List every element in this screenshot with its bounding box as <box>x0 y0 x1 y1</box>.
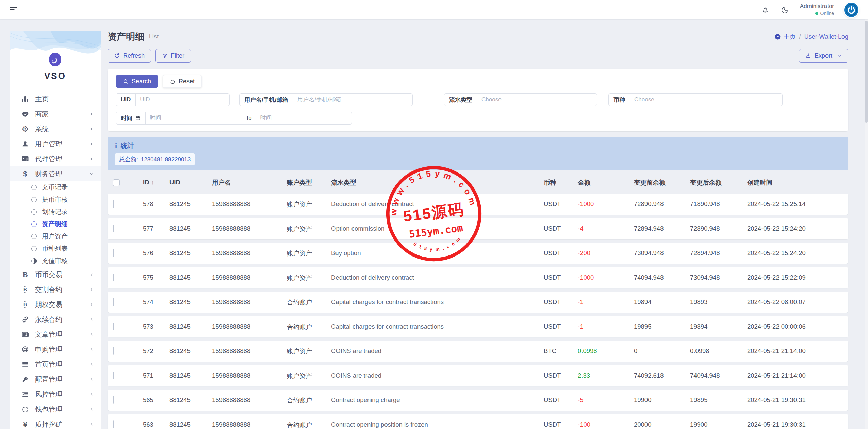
sidebar-item-risk-mgmt[interactable]: 风控管理 <box>10 387 101 402</box>
sidebar-subitem-withdraw-review[interactable]: 提币审核 <box>10 194 101 206</box>
cell-coin: USDT <box>544 274 578 281</box>
avatar[interactable] <box>844 3 858 17</box>
flow-type-select[interactable] <box>477 94 597 106</box>
col-username[interactable]: 用户名 <box>212 178 287 187</box>
sidebar-subitem-coin-list[interactable]: 币种列表 <box>10 243 101 255</box>
sidebar-item-delivery-contract[interactable]: B交割合约 <box>10 282 101 297</box>
cell-created-at: 2024-05-22 15:24:20 <box>747 225 843 232</box>
row-checkbox[interactable] <box>113 298 114 306</box>
cell-id: 578 <box>143 200 169 208</box>
cell-username: 15988888888 <box>212 200 287 208</box>
chart-bars-icon <box>20 95 30 103</box>
cell-amount: -5 <box>578 396 634 404</box>
sidebar-item-agent-mgmt[interactable]: 代理管理 <box>10 151 101 166</box>
col-amount[interactable]: 金额 <box>578 178 634 187</box>
sidebar-item-staking-mining[interactable]: ¥质押挖矿 <box>10 417 101 429</box>
cell-balance-after: 72890.948 <box>690 225 747 232</box>
notifications-bell-icon[interactable] <box>760 5 770 15</box>
sidebar-toggle-icon[interactable] <box>10 7 17 13</box>
row-checkbox[interactable] <box>113 323 114 330</box>
sidebar-subitem-deposit-records[interactable]: 充币记录 <box>10 181 101 194</box>
cell-checkbox <box>113 347 143 355</box>
sidebar-item-options-trade[interactable]: B期权交易 <box>10 297 101 312</box>
row-checkbox[interactable] <box>113 200 114 208</box>
uid-input[interactable] <box>136 94 229 106</box>
row-checkbox[interactable] <box>113 372 114 379</box>
sidebar-item-config-mgmt[interactable]: 配置管理 <box>10 372 101 387</box>
chevron-left-icon <box>89 407 94 412</box>
user-info[interactable]: Administrator Online <box>800 3 834 17</box>
cell-created-at: 2024-05-21 21:14:00 <box>747 372 843 379</box>
reset-button[interactable]: Reset <box>163 75 202 88</box>
chevron-left-icon <box>89 362 94 367</box>
row-checkbox[interactable] <box>113 420 114 428</box>
cell-checkbox <box>113 372 143 379</box>
sidebar-item-wallet-mgmt[interactable]: 钱包管理 <box>10 402 101 417</box>
chevron-down-icon <box>89 171 94 176</box>
sidebar-subitem-label: 资产明细 <box>42 220 68 229</box>
cell-id: 565 <box>143 396 169 404</box>
sidebar-item-perpetual-contract[interactable]: 永续合约 <box>10 312 101 327</box>
export-button[interactable]: Export <box>799 49 848 63</box>
sidebar-item-label: 文章管理 <box>35 330 62 339</box>
username-input[interactable] <box>293 94 412 106</box>
sidebar-item-home[interactable]: 主页 <box>10 92 101 106</box>
sidebar-item-finance-mgmt[interactable]: $财务管理 <box>10 166 101 181</box>
sidebar-subitem-recharge-review[interactable]: 充值审核 <box>10 255 101 267</box>
scrollbar-thumb[interactable] <box>865 21 868 123</box>
sidebar-item-spot-trade[interactable]: B币币交易 <box>10 267 101 282</box>
scrollbar-track[interactable] <box>865 19 868 429</box>
cell-balance-before: 74094.948 <box>634 274 690 281</box>
sidebar-item-merchant[interactable]: 商家 <box>10 106 101 121</box>
sidebar-item-user-mgmt[interactable]: 用户管理 <box>10 136 101 151</box>
select-all-checkbox[interactable] <box>113 179 120 186</box>
filter-button[interactable]: Filter <box>155 49 191 63</box>
row-checkbox[interactable] <box>113 274 114 281</box>
flow-type-field-group: 流水类型 <box>444 93 597 106</box>
cell-id: 574 <box>143 298 169 306</box>
col-created-at[interactable]: 创建时间 <box>747 178 843 187</box>
row-checkbox[interactable] <box>113 396 114 404</box>
search-button[interactable]: Search <box>116 75 158 88</box>
sidebar-item-article-mgmt[interactable]: 文章管理 <box>10 327 101 342</box>
coin-select[interactable] <box>630 94 782 106</box>
search-panel: Search Reset UID 用户名/手机/邮箱 <box>108 69 848 131</box>
row-checkbox[interactable] <box>113 225 114 232</box>
col-account-type[interactable]: 账户类型 <box>287 178 331 187</box>
sidebar-subitem-asset-details[interactable]: 资产明细 <box>10 218 101 230</box>
wrench-icon <box>20 375 30 384</box>
col-uid[interactable]: UID <box>169 179 212 186</box>
sidebar-item-homepage-mgmt[interactable]: 首页管理 <box>10 357 101 372</box>
sidebar-item-label: 代理管理 <box>35 154 62 164</box>
uid-field-label: UID <box>116 94 136 106</box>
brand[interactable]: VSO <box>10 31 101 81</box>
bitcoin-icon: B <box>20 300 30 309</box>
breadcrumb-home-link[interactable]: 主页 <box>774 33 796 41</box>
cell-balance-after: 72894.948 <box>690 249 747 257</box>
cell-username: 15988888888 <box>212 372 287 379</box>
cell-amount: 2.33 <box>578 372 634 379</box>
time-from-input[interactable] <box>146 112 242 124</box>
dark-mode-moon-icon[interactable] <box>780 5 790 15</box>
sidebar-item-system[interactable]: ⚙系统 <box>10 121 101 136</box>
col-balance-after[interactable]: 变更后余额 <box>690 178 747 187</box>
user-name: Administrator <box>800 3 834 10</box>
col-id[interactable]: ID↑ <box>143 179 169 186</box>
sidebar-subitem-transfer-records[interactable]: 划转记录 <box>10 206 101 218</box>
cell-account-type: 账户资产 <box>287 249 331 258</box>
time-to-input[interactable] <box>256 112 352 124</box>
col-balance-before[interactable]: 变更前余额 <box>634 178 690 187</box>
row-checkbox[interactable] <box>113 249 114 257</box>
sidebar-item-subscription-mgmt[interactable]: 申购管理 <box>10 342 101 357</box>
cell-account-type: 账户资产 <box>287 225 331 233</box>
breadcrumb: 主页 / User-Wallet-Log <box>774 33 848 41</box>
cell-id: 572 <box>143 347 169 355</box>
col-flow-type[interactable]: 流水类型 <box>331 178 544 187</box>
life-ring-icon <box>20 345 30 354</box>
cell-username: 15988888888 <box>212 249 287 257</box>
sidebar-subitem-user-assets[interactable]: 用户资产 <box>10 230 101 243</box>
row-checkbox[interactable] <box>113 347 114 355</box>
refresh-button[interactable]: Refresh <box>108 49 151 63</box>
dashboard-gauge-icon <box>774 34 781 40</box>
col-coin[interactable]: 币种 <box>544 178 578 187</box>
